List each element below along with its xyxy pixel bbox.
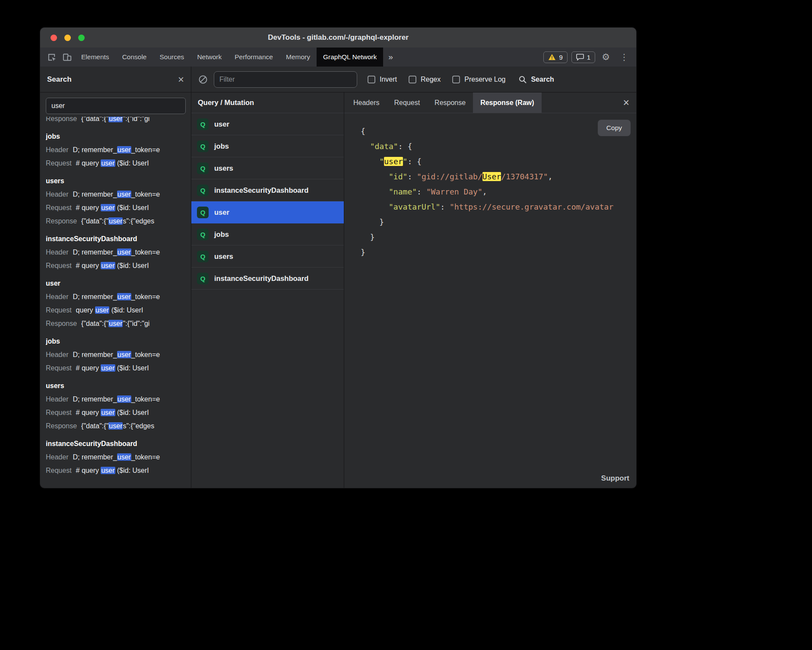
block-icon bbox=[198, 75, 208, 84]
support-link[interactable]: Support bbox=[601, 474, 629, 483]
result-kind-label: Request bbox=[46, 204, 72, 211]
device-toolbar-icon[interactable] bbox=[59, 48, 75, 67]
checkbox-preserve-log[interactable]: Preserve Log bbox=[452, 76, 505, 83]
settings-gear-icon[interactable]: ⚙ bbox=[599, 52, 612, 62]
json-token: : { bbox=[407, 157, 422, 166]
detail-tab-response[interactable]: Response bbox=[427, 92, 473, 113]
query-row-label: jobs bbox=[214, 230, 229, 239]
zoom-window-button[interactable] bbox=[78, 35, 85, 41]
query-list: QuserQjobsQusersQinstanceSecurityDashboa… bbox=[191, 113, 344, 290]
result-text: _token=e bbox=[131, 395, 160, 403]
search-result-group-title[interactable]: jobs bbox=[46, 130, 185, 143]
match-highlight: user bbox=[117, 146, 131, 153]
toolbar-search-label: Search bbox=[531, 76, 554, 83]
tab-performance[interactable]: Performance bbox=[228, 48, 279, 67]
search-input[interactable] bbox=[46, 98, 186, 114]
search-result-line[interactable]: HeaderD; remember_user_token=e bbox=[46, 290, 185, 303]
json-token bbox=[361, 187, 389, 196]
search-result-line[interactable]: Response{"data":{"users":{"edges bbox=[46, 419, 185, 433]
match-highlight: User bbox=[482, 172, 501, 181]
filter-input[interactable] bbox=[214, 71, 357, 88]
search-result-group-title[interactable]: instanceSecurityDashboard bbox=[46, 437, 185, 450]
result-text: D; remember_ bbox=[73, 395, 117, 403]
json-line: } bbox=[361, 214, 636, 229]
json-token: "Warren Day" bbox=[426, 187, 482, 196]
search-result-line[interactable]: Response{"data":{"user":{"id":"gi bbox=[46, 117, 185, 125]
result-kind-label: Request bbox=[46, 467, 72, 474]
json-line: "user": { bbox=[361, 154, 636, 169]
query-row-label: instanceSecurityDashboard bbox=[214, 186, 308, 194]
tab-elements[interactable]: Elements bbox=[75, 48, 116, 67]
search-result-group-title[interactable]: users bbox=[46, 379, 185, 392]
search-result-line[interactable]: Request# query user ($id: UserI bbox=[46, 201, 185, 214]
close-search-panel-button[interactable]: × bbox=[178, 74, 184, 85]
checkbox-box[interactable] bbox=[409, 76, 416, 83]
tabbar-right-controls: 9 1 ⚙ ⋮ bbox=[543, 48, 636, 67]
search-result-group-title[interactable]: users bbox=[46, 174, 185, 188]
warning-badge[interactable]: 9 bbox=[543, 51, 567, 63]
query-list-header: Query / Mutation bbox=[191, 92, 344, 113]
search-panel-header: Search × bbox=[40, 67, 191, 92]
search-result-line[interactable]: HeaderD; remember_user_token=e bbox=[46, 450, 185, 464]
search-result-line[interactable]: HeaderD; remember_user_token=e bbox=[46, 392, 185, 406]
query-row-label: instanceSecurityDashboard bbox=[214, 274, 308, 283]
detail-tab-response-raw[interactable]: Response (Raw) bbox=[473, 92, 541, 113]
detail-tab-headers[interactable]: Headers bbox=[346, 92, 387, 113]
toolbar-checkboxes: InvertRegexPreserve Log bbox=[368, 76, 505, 83]
tab-graphql-network[interactable]: GraphQL Network bbox=[317, 48, 383, 67]
result-kind-label: Response bbox=[46, 422, 77, 430]
tab-console[interactable]: Console bbox=[116, 48, 153, 67]
search-result-line[interactable]: Requestquery user ($id: UserI bbox=[46, 303, 185, 317]
devtools-window: DevTools - gitlab.com/-/graphql-explorer… bbox=[40, 28, 636, 488]
match-highlight: user bbox=[117, 249, 131, 256]
search-result-line[interactable]: Request# query user ($id: UserI bbox=[46, 156, 185, 170]
query-row-instancesecuritydashboard[interactable]: QinstanceSecurityDashboard bbox=[191, 268, 344, 290]
query-row-instancesecuritydashboard[interactable]: QinstanceSecurityDashboard bbox=[191, 179, 344, 201]
close-detail-button[interactable]: × bbox=[616, 97, 636, 108]
query-row-users[interactable]: Qusers bbox=[191, 157, 344, 179]
search-result-line[interactable]: Request# query user ($id: UserI bbox=[46, 361, 185, 375]
search-result-line[interactable]: HeaderD; remember_user_token=e bbox=[46, 143, 185, 156]
search-result-line[interactable]: Response{"data":{"users":{"edges bbox=[46, 214, 185, 228]
search-result-line[interactable]: Request# query user ($id: UserI bbox=[46, 406, 185, 419]
search-result-group-title[interactable]: user bbox=[46, 277, 185, 290]
tab-sources[interactable]: Sources bbox=[153, 48, 191, 67]
json-token: "name" bbox=[389, 187, 417, 196]
close-window-button[interactable] bbox=[51, 35, 57, 41]
json-token: " bbox=[403, 157, 408, 166]
toolbar-search-control[interactable]: Search bbox=[518, 75, 554, 84]
detail-tab-request[interactable]: Request bbox=[387, 92, 427, 113]
tab-memory[interactable]: Memory bbox=[279, 48, 317, 67]
search-result-line[interactable]: Request# query user ($id: UserI bbox=[46, 464, 185, 477]
search-result-line[interactable]: Request# query user ($id: UserI bbox=[46, 259, 185, 272]
message-badge[interactable]: 1 bbox=[571, 51, 595, 63]
checkbox-invert[interactable]: Invert bbox=[368, 76, 397, 83]
clear-requests-button[interactable] bbox=[198, 75, 208, 84]
checkbox-box[interactable] bbox=[452, 76, 460, 83]
result-text: _token=e bbox=[131, 146, 160, 153]
json-line: { bbox=[361, 124, 636, 139]
inspect-element-icon[interactable] bbox=[44, 48, 59, 67]
copy-button[interactable]: Copy bbox=[598, 120, 631, 136]
query-row-jobs[interactable]: Qjobs bbox=[191, 135, 344, 157]
search-result-group-title[interactable]: jobs bbox=[46, 335, 185, 348]
minimize-window-button[interactable] bbox=[64, 35, 71, 41]
json-token: : { bbox=[398, 142, 412, 151]
search-result-line[interactable]: Response{"data":{"user":{"id":"gi bbox=[46, 317, 185, 330]
kebab-menu-icon[interactable]: ⋮ bbox=[616, 52, 632, 62]
more-tabs-chevron[interactable]: » bbox=[383, 48, 398, 67]
query-row-user[interactable]: Quser bbox=[191, 201, 344, 223]
checkbox-box[interactable] bbox=[368, 76, 375, 83]
search-result-line[interactable]: HeaderD; remember_user_token=e bbox=[46, 245, 185, 259]
query-row-users[interactable]: Qusers bbox=[191, 245, 344, 268]
query-row-jobs[interactable]: Qjobs bbox=[191, 223, 344, 245]
checkbox-regex[interactable]: Regex bbox=[409, 76, 441, 83]
search-result-line[interactable]: HeaderD; remember_user_token=e bbox=[46, 188, 185, 201]
tab-network[interactable]: Network bbox=[190, 48, 228, 67]
search-result-line[interactable]: HeaderD; remember_user_token=e bbox=[46, 348, 185, 361]
query-row-user[interactable]: Quser bbox=[191, 113, 344, 135]
result-text: ($id: UserI bbox=[115, 262, 149, 269]
network-area: InvertRegexPreserve Log Search Query / M… bbox=[191, 67, 636, 488]
network-toolbar: InvertRegexPreserve Log Search bbox=[191, 67, 636, 92]
search-result-group-title[interactable]: instanceSecurityDashboard bbox=[46, 232, 185, 245]
